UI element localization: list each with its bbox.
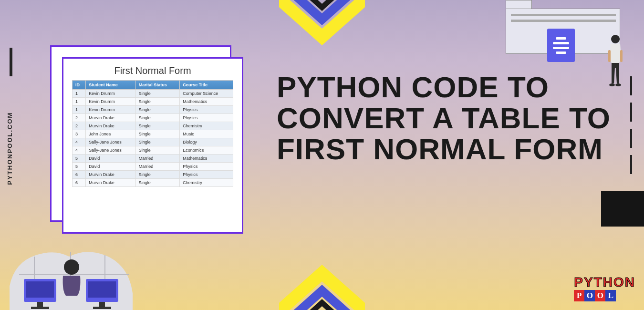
cell-course: Physics [180,163,233,171]
cell-id: 3 [73,130,86,138]
cell-id: 4 [73,138,86,146]
cell-name: Sally-Jane Jones [86,146,136,155]
th-name: Student Name [86,81,136,90]
cell-id: 4 [73,146,86,155]
table-row: 2Murvin DrakeSingleChemistry [73,122,233,130]
cell-id: 6 [73,179,86,187]
svg-rect-11 [26,281,54,298]
svg-point-3 [609,83,615,86]
cell-name: David [86,163,136,171]
svg-rect-1 [608,50,611,62]
cell-id: 6 [73,171,86,179]
cell-status: Single [135,106,179,114]
card-stack: First Normal Form ID Student Name Marita… [50,45,243,236]
black-square-accent [601,191,644,227]
table-row: 6Murvin DrakeSinglePhysics [73,171,233,179]
cell-status: Single [135,114,179,122]
cell-status: Single [135,179,179,187]
table-row: 6Murvin DrakeSingleChemistry [73,179,233,187]
cell-name: Kevin Drumm [86,98,136,106]
cell-id: 1 [73,106,86,114]
cell-status: Married [135,155,179,163]
cell-id: 2 [73,122,86,130]
desk-person-icon [10,229,134,310]
chevron-top-icon [270,0,374,48]
svg-point-9 [64,259,79,275]
cell-course: Physics [180,106,233,114]
table-row: 3John JonesSingleMusic [73,130,233,138]
cell-course: Physics [180,114,233,122]
cell-name: Kevin Drumm [86,106,136,114]
cell-course: Physics [180,171,233,179]
cell-name: Murvin Drake [86,171,136,179]
table-row: 1Kevin DrummSingleMathematics [73,98,233,106]
cell-name: Sally-Jane Jones [86,138,136,146]
table-row: 4Sally-Jane JonesSingleEconomics [73,146,233,155]
table-row: 1Kevin DrummSingleComputer Science [73,90,233,98]
table-row: 5DavidMarriedMathematics [73,155,233,163]
cell-name: Murvin Drake [86,114,136,122]
logo-letter: O [595,290,605,301]
dash-accent [630,129,632,148]
cell-course: Economics [180,146,233,155]
side-accent-bar [10,48,12,76]
cell-status: Single [135,138,179,146]
svg-rect-12 [37,302,43,307]
svg-rect-2 [620,50,623,62]
svg-rect-16 [99,302,105,307]
th-course: Course Title [180,81,233,90]
svg-rect-13 [31,307,49,309]
cell-id: 5 [73,163,86,171]
logo-letter: L [605,290,616,301]
th-status: Marital Status [135,81,179,90]
cell-name: Kevin Drumm [86,90,136,98]
cell-name: Murvin Drake [86,179,136,187]
logo-bottom: P O O L [574,290,635,301]
table-row: 2Murvin DrakeSinglePhysics [73,114,233,122]
cell-status: Single [135,146,179,155]
cell-id: 1 [73,98,86,106]
normal-form-table: ID Student Name Marital Status Course Ti… [72,80,233,187]
cell-status: Single [135,171,179,179]
svg-point-4 [615,83,621,86]
logo-letter: O [584,290,595,301]
table-row: 5DavidMarriedPhysics [73,163,233,171]
dash-accent [630,155,632,174]
svg-point-0 [611,35,620,43]
dash-accent [630,76,632,95]
svg-rect-17 [93,307,111,309]
cell-id: 5 [73,155,86,163]
table-title: First Normal Form [72,65,233,76]
th-id: ID [73,81,86,90]
logo: PYTHON P O O L [574,275,635,301]
person-standing-icon [603,33,627,95]
cell-course: Biology [180,138,233,146]
chevron-bottom-icon [270,262,374,310]
dash-accent [630,103,632,122]
cell-name: Murvin Drake [86,122,136,130]
side-url-text: PYTHONPOOL.COM [6,112,13,185]
cell-status: Single [135,98,179,106]
cell-status: Single [135,130,179,138]
cell-name: David [86,155,136,163]
cell-course: Mathematics [180,98,233,106]
cell-name: John Jones [86,130,136,138]
card-front: First Normal Form ID Student Name Marita… [62,57,243,234]
logo-top-text: PYTHON [574,275,635,290]
table-row: 4Sally-Jane JonesSingleBiology [73,138,233,146]
cell-status: Single [135,122,179,130]
page-title: PYTHON CODE TO CONVERT A TABLE TO FIRST … [277,72,644,165]
cell-course: Mathematics [180,155,233,163]
cell-course: Chemistry [180,122,233,130]
cell-course: Music [180,130,233,138]
svg-rect-15 [88,281,116,298]
cell-status: Married [135,163,179,171]
document-icon [547,29,575,62]
cell-course: Computer Science [180,90,233,98]
cell-course: Chemistry [180,179,233,187]
logo-letter: P [574,290,584,301]
cell-status: Single [135,90,179,98]
table-row: 1Kevin DrummSinglePhysics [73,106,233,114]
cell-id: 1 [73,90,86,98]
cell-id: 2 [73,114,86,122]
